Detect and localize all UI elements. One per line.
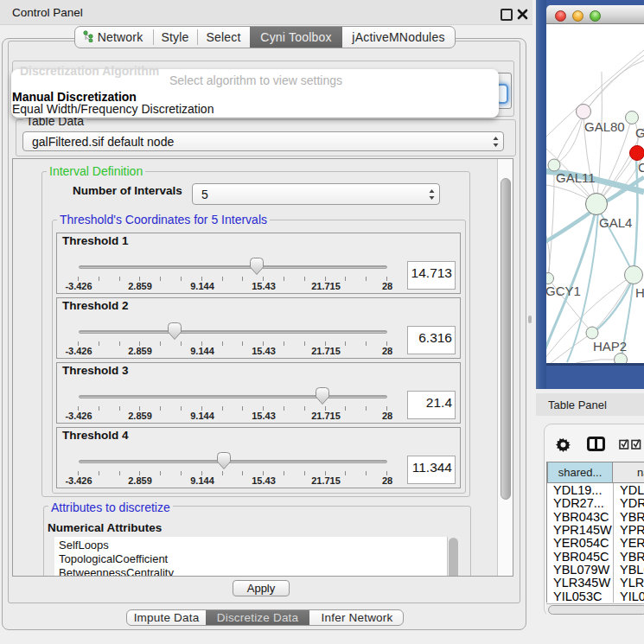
svg-text:HAP2: HAP2 (593, 339, 627, 354)
svg-text:GAL80: GAL80 (584, 119, 625, 134)
svg-text:GCY1: GCY1 (546, 284, 581, 298)
svg-text:GA: GA (635, 125, 644, 140)
svg-text:H: H (635, 285, 644, 300)
svg-text:GAL11: GAL11 (556, 170, 596, 185)
svg-text:C: C (638, 160, 644, 175)
svg-text:GAL4: GAL4 (599, 215, 632, 230)
